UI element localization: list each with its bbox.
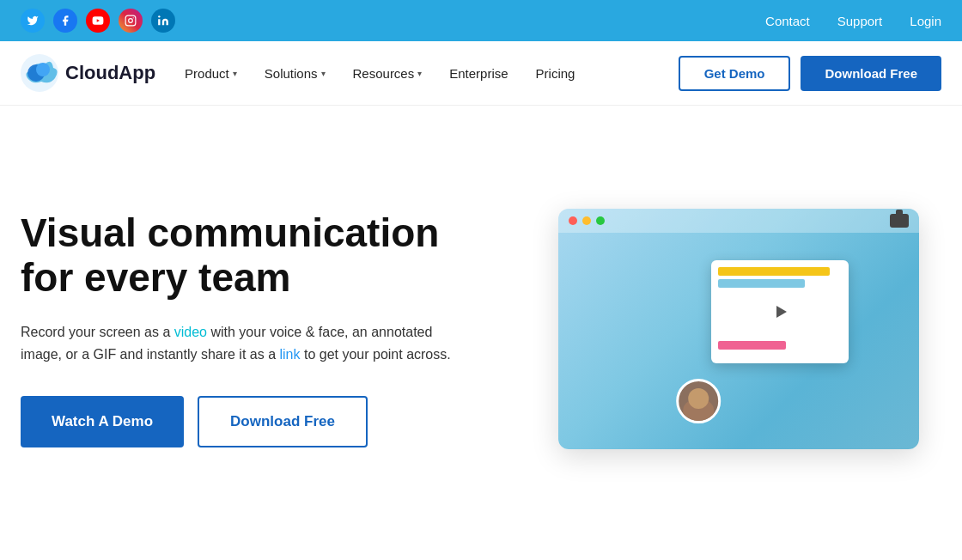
top-nav: Contact Support Login xyxy=(765,14,941,28)
chevron-down-icon: ▾ xyxy=(233,69,237,78)
nav-buttons: Get Demo Download Free xyxy=(679,56,941,91)
maximize-dot xyxy=(596,216,605,225)
nav-solutions[interactable]: Solutions ▾ xyxy=(253,59,338,88)
video-card xyxy=(711,260,849,363)
chevron-down-icon: ▾ xyxy=(321,69,326,78)
twitter-icon[interactable] xyxy=(21,9,45,33)
play-button[interactable] xyxy=(768,300,792,324)
hero-section: Visual communication for every team Reco… xyxy=(0,106,962,535)
nav-resources[interactable]: Resources ▾ xyxy=(341,59,435,88)
logo-icon xyxy=(21,54,58,92)
browser-mockup xyxy=(558,209,919,449)
camera-icon xyxy=(890,214,909,228)
link-link[interactable]: link xyxy=(279,347,300,362)
nav-pricing[interactable]: Pricing xyxy=(524,59,588,88)
download-free-nav-button[interactable]: Download Free xyxy=(801,56,941,91)
social-icons xyxy=(21,9,175,33)
svg-rect-4 xyxy=(158,19,160,25)
minimize-dot xyxy=(582,216,591,225)
get-demo-button[interactable]: Get Demo xyxy=(679,56,791,91)
hero-description: Record your screen as a video with your … xyxy=(21,321,467,365)
svg-point-2 xyxy=(129,19,133,23)
logo-text: CloudApp xyxy=(65,62,155,84)
contact-link[interactable]: Contact xyxy=(765,14,810,28)
svg-rect-1 xyxy=(125,15,136,26)
login-link[interactable]: Login xyxy=(910,14,941,28)
top-bar: Contact Support Login xyxy=(0,0,962,41)
avatar-head xyxy=(688,388,709,409)
svg-point-8 xyxy=(36,63,50,76)
close-dot xyxy=(569,216,577,225)
bar-yellow xyxy=(718,267,830,276)
nav-enterprise[interactable]: Enterprise xyxy=(437,59,520,88)
hero-title: Visual communication for every team xyxy=(21,210,502,301)
download-free-hero-button[interactable]: Download Free xyxy=(198,396,368,447)
support-link[interactable]: Support xyxy=(837,14,883,28)
instagram-icon[interactable] xyxy=(119,9,143,33)
svg-point-5 xyxy=(158,15,160,17)
bar-blue xyxy=(718,279,805,288)
logo-area[interactable]: CloudApp xyxy=(21,54,155,92)
linkedin-icon[interactable] xyxy=(151,9,175,33)
hero-right xyxy=(536,209,941,449)
nav-links: Product ▾ Solutions ▾ Resources ▾ Enterp… xyxy=(173,59,679,88)
hero-buttons: Watch A Demo Download Free xyxy=(21,396,502,447)
bar-pink xyxy=(718,341,786,350)
play-triangle-icon xyxy=(776,306,787,318)
video-link[interactable]: video xyxy=(174,325,207,339)
avatar xyxy=(676,379,721,423)
nav-product[interactable]: Product ▾ xyxy=(173,59,249,88)
watch-demo-button[interactable]: Watch A Demo xyxy=(21,396,184,447)
chevron-down-icon: ▾ xyxy=(417,69,422,78)
youtube-icon[interactable] xyxy=(86,9,110,33)
main-nav: CloudApp Product ▾ Solutions ▾ Resources… xyxy=(0,41,962,106)
hero-left: Visual communication for every team Reco… xyxy=(21,210,502,448)
facebook-icon[interactable] xyxy=(53,9,77,33)
browser-bar xyxy=(558,209,919,233)
svg-point-3 xyxy=(133,17,134,18)
